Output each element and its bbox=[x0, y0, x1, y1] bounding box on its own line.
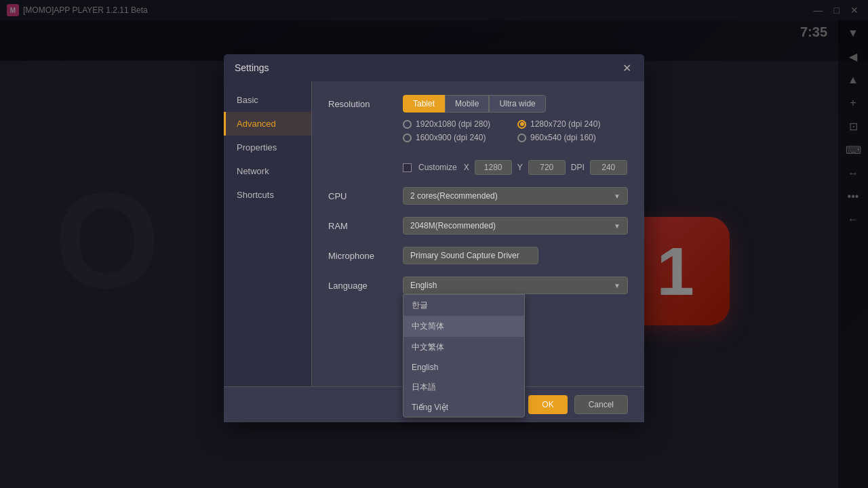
ram-value: 2048M(Recommended) bbox=[410, 221, 496, 230]
x-label: X bbox=[464, 163, 469, 172]
lang-option-chinese-simplified[interactable]: 中文简体 bbox=[403, 316, 524, 337]
language-row: Language English ▼ 한글 中文简体 中文繁体 Eng bbox=[328, 277, 628, 294]
coord-group: X Y DPI bbox=[464, 160, 627, 175]
nav-item-properties[interactable]: Properties bbox=[224, 136, 311, 159]
customize-text: Customize bbox=[418, 163, 457, 172]
resolution-control: Tablet Mobile Ultra wide 1920x1080 (dpi … bbox=[403, 95, 628, 142]
lang-option-korean[interactable]: 한글 bbox=[403, 295, 524, 316]
cpu-value: 2 cores(Recommended) bbox=[410, 191, 498, 201]
microphone-label: Microphone bbox=[328, 247, 403, 261]
cpu-control: 2 cores(Recommended) ▼ bbox=[403, 187, 628, 205]
radio-1920[interactable] bbox=[403, 120, 412, 129]
dialog-content: Resolution Tablet Mobile Ultra wide 1920… bbox=[312, 81, 644, 386]
dpi-input[interactable] bbox=[590, 160, 627, 175]
ram-label: RAM bbox=[328, 217, 403, 231]
cancel-button[interactable]: Cancel bbox=[574, 395, 628, 414]
lang-option-japanese[interactable]: 日本語 bbox=[403, 377, 524, 398]
cpu-dropdown[interactable]: 2 cores(Recommended) ▼ bbox=[403, 187, 628, 205]
resolution-1280[interactable]: 868x488 (dpi 240) bbox=[517, 119, 628, 129]
dialog-nav: Basic Advanced Properties Network Shortc… bbox=[224, 81, 312, 386]
ram-control: 2048M(Recommended) ▼ bbox=[403, 217, 628, 235]
resolution-tabs: Tablet Mobile Ultra wide bbox=[403, 95, 628, 113]
language-dropdown-list: 한글 中文简体 中文繁体 English 日本語 Tiếng Việt bbox=[403, 294, 525, 418]
ram-dropdown-arrow: ▼ bbox=[614, 222, 620, 230]
resolution-options: 1920x1080 (dpi 280) 868x488 (dpi 240) 1… bbox=[403, 119, 628, 142]
dpi-label: DPI bbox=[571, 163, 585, 172]
cpu-label: CPU bbox=[328, 187, 403, 201]
tab-mobile[interactable]: Mobile bbox=[445, 95, 489, 113]
customize-row: Customize X Y DPI bbox=[328, 155, 628, 175]
microphone-control: Primary Sound Capture Driver bbox=[403, 247, 628, 264]
customize-label bbox=[328, 155, 403, 159]
radio-1600[interactable] bbox=[403, 134, 412, 142]
customize-inner: Customize X Y DPI bbox=[403, 160, 628, 175]
dialog-header: Settings ✕ bbox=[224, 54, 644, 81]
microphone-row: Microphone Primary Sound Capture Driver bbox=[328, 247, 628, 264]
language-dropdown[interactable]: English ▼ bbox=[403, 277, 628, 294]
lang-option-english[interactable]: English bbox=[403, 358, 524, 377]
lang-option-chinese-traditional[interactable]: 中文繁体 bbox=[403, 337, 524, 358]
language-control: English ▼ 한글 中文简体 中文繁体 English 日本語 Tiếng… bbox=[403, 277, 628, 294]
dialog-overlay: Settings ✕ Basic Advanced Properties Net… bbox=[0, 0, 868, 488]
nav-item-basic[interactable]: Basic bbox=[224, 88, 311, 112]
resolution-1600[interactable]: 1600x900 (dpi 240) bbox=[403, 133, 513, 142]
ok-button[interactable]: OK bbox=[528, 395, 567, 414]
resolution-960[interactable]: 960x540 (dpi 160) bbox=[517, 133, 628, 142]
language-value: English bbox=[410, 281, 437, 290]
dialog-title: Settings bbox=[235, 62, 269, 73]
resolution-label: Resolution bbox=[328, 95, 403, 109]
customize-checkbox[interactable] bbox=[403, 163, 412, 172]
tab-tablet[interactable]: Tablet bbox=[403, 95, 445, 113]
radio-1280[interactable] bbox=[517, 120, 526, 129]
nav-item-advanced[interactable]: Advanced bbox=[224, 112, 311, 136]
tab-ultrawide[interactable]: Ultra wide bbox=[489, 95, 545, 113]
x-input[interactable] bbox=[475, 160, 512, 175]
microphone-dropdown[interactable]: Primary Sound Capture Driver bbox=[403, 247, 538, 264]
lang-option-vietnamese[interactable]: Tiếng Việt bbox=[403, 398, 524, 417]
customize-control: Customize X Y DPI bbox=[403, 155, 628, 175]
dialog-body: Basic Advanced Properties Network Shortc… bbox=[224, 81, 644, 386]
y-label: Y bbox=[517, 163, 523, 172]
ram-dropdown[interactable]: 2048M(Recommended) ▼ bbox=[403, 217, 628, 235]
settings-dialog: Settings ✕ Basic Advanced Properties Net… bbox=[224, 54, 644, 422]
language-dropdown-wrapper: English ▼ 한글 中文简体 中文繁体 English 日本語 Tiếng… bbox=[403, 277, 628, 294]
ram-row: RAM 2048M(Recommended) ▼ bbox=[328, 217, 628, 235]
resolution-row: Resolution Tablet Mobile Ultra wide 1920… bbox=[328, 95, 628, 142]
radio-960[interactable] bbox=[517, 134, 526, 142]
cpu-row: CPU 2 cores(Recommended) ▼ bbox=[328, 187, 628, 205]
microphone-value: Primary Sound Capture Driver bbox=[410, 251, 519, 260]
language-dropdown-arrow: ▼ bbox=[614, 282, 620, 289]
nav-item-shortcuts[interactable]: Shortcuts bbox=[224, 183, 311, 207]
y-input[interactable] bbox=[528, 160, 566, 175]
resolution-1920[interactable]: 1920x1080 (dpi 280) bbox=[403, 119, 513, 129]
cpu-dropdown-arrow: ▼ bbox=[614, 192, 620, 200]
dialog-close-button[interactable]: ✕ bbox=[620, 61, 633, 75]
nav-item-network[interactable]: Network bbox=[224, 159, 311, 183]
language-label: Language bbox=[328, 277, 403, 291]
